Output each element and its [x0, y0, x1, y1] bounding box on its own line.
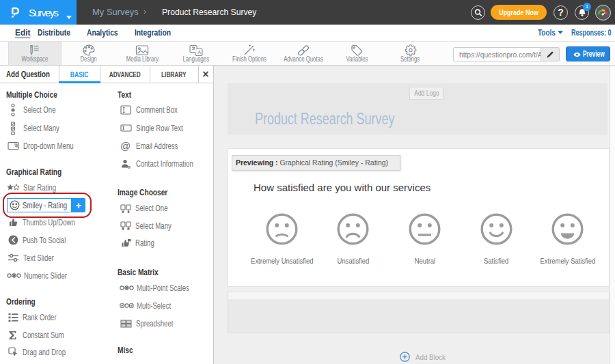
svg-text:@: @: [120, 141, 131, 152]
svg-text:Surveys: Surveys: [29, 7, 59, 18]
svg-text:A: A: [197, 49, 201, 55]
